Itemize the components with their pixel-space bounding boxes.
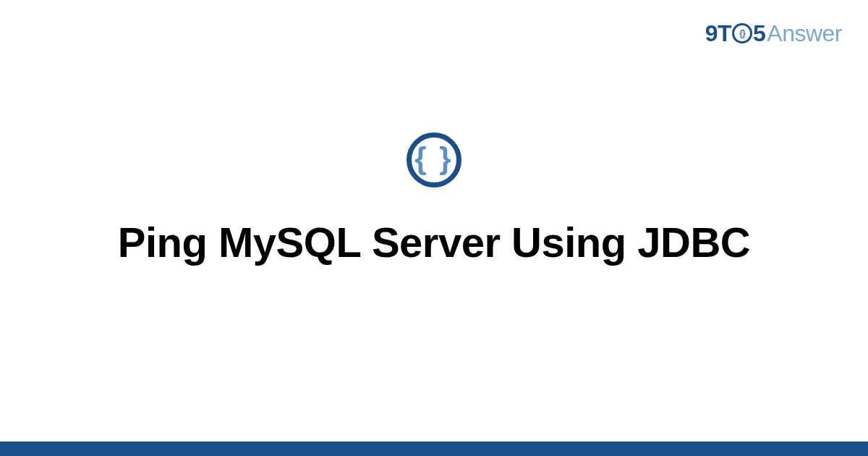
- braces-glyph: { }: [414, 143, 453, 174]
- footer-bar: [0, 442, 868, 456]
- page-title: Ping MySQL Server Using JDBC: [118, 218, 751, 266]
- code-braces-icon: { }: [407, 132, 461, 187]
- content-area: { } Ping MySQL Server Using JDBC: [0, 0, 868, 442]
